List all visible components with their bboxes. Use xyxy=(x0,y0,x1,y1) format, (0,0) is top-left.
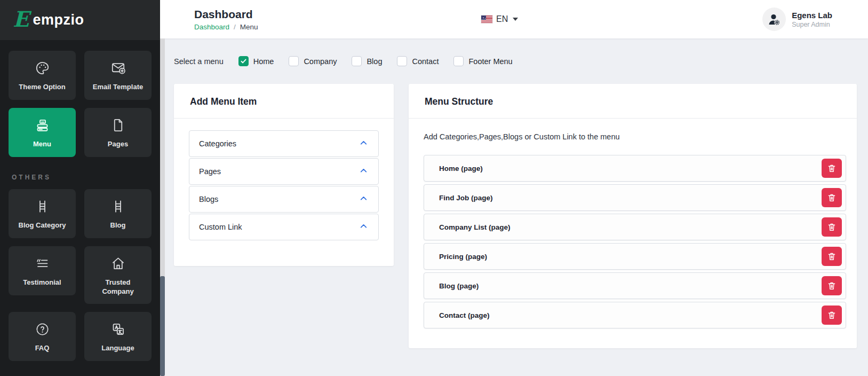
checkbox-label: Home xyxy=(253,57,274,66)
chevron-up-icon xyxy=(359,166,369,178)
us-flag-icon xyxy=(481,15,492,23)
sidebar-scrollbar-thumb[interactable] xyxy=(160,276,165,376)
checkbox-item-blog[interactable]: Blog xyxy=(352,56,382,66)
sidebar-item-blog[interactable]: Blog xyxy=(84,189,152,238)
logo[interactable]: E empzio xyxy=(0,0,160,40)
logo-text: empzio xyxy=(33,12,84,28)
sidebar-item-label: Language xyxy=(101,344,134,353)
menu-structure-item-blog[interactable]: Blog (page) xyxy=(424,272,846,299)
menu-item-label: Blog (page) xyxy=(439,282,479,290)
checkbox-item-company[interactable]: Company xyxy=(289,56,337,66)
menu-structure-item-company-list[interactable]: Company List (page) xyxy=(424,214,846,240)
user-gear-icon xyxy=(767,12,782,27)
add-menu-item-header: Add Menu Item xyxy=(174,84,394,118)
sidebar-section-others: OTHERS xyxy=(12,174,152,181)
sidebar-item-theme-option[interactable]: Theme Option xyxy=(9,51,76,100)
category-list-icon xyxy=(35,199,50,216)
chevron-up-icon xyxy=(359,138,369,150)
breadcrumb: Dashboard / Menu xyxy=(194,23,258,31)
menu-builder-icon xyxy=(35,118,50,135)
avatar xyxy=(762,7,786,31)
sidebar-item-label: Menu xyxy=(33,140,51,149)
title-block: Dashboard Dashboard / Menu xyxy=(194,8,258,31)
sidebar-item-label: Email Template xyxy=(93,83,143,92)
page-icon xyxy=(111,118,125,135)
checkbox-blog[interactable] xyxy=(352,56,362,66)
accordion-label: Pages xyxy=(199,167,221,176)
sidebar-item-label: Blog xyxy=(110,221,126,230)
language-code: EN xyxy=(496,14,508,24)
accordion-label: Categories xyxy=(199,139,236,148)
checkbox-item-home[interactable]: Home xyxy=(238,56,274,66)
accordion-label: Custom Link xyxy=(199,223,242,231)
menu-structure-item-find-job[interactable]: Find Job (page) xyxy=(424,184,846,211)
sidebar-item-pages[interactable]: Pages xyxy=(84,108,152,157)
checkbox-label: Contact xyxy=(412,57,439,66)
checkbox-item-contact[interactable]: Contact xyxy=(397,56,439,66)
chevron-down-icon xyxy=(513,18,518,21)
trash-icon xyxy=(827,222,837,232)
delete-button[interactable] xyxy=(822,247,842,266)
top-header: Dashboard Dashboard / Menu EN xyxy=(160,0,868,38)
menu-structure-body: Add Categories,Pages,Blogs or Custom Lin… xyxy=(409,119,857,348)
delete-button[interactable] xyxy=(822,188,842,207)
user-profile[interactable]: Egens Lab Super Admin xyxy=(762,7,832,31)
menu-structure-header: Menu Structure xyxy=(409,84,857,118)
sidebar-tiles: Theme Option Email Template Menu Pages xyxy=(9,51,152,361)
sidebar-item-label: Trusted Company xyxy=(98,278,138,296)
chevron-up-icon xyxy=(359,193,369,206)
select-menu-label: Select a menu xyxy=(174,57,224,66)
panels: Add Menu Item Categories Pages xyxy=(174,84,868,348)
chevron-up-icon xyxy=(359,221,369,233)
sidebar-scrollbar-track[interactable] xyxy=(160,38,165,376)
sidebar-item-blog-category[interactable]: Blog Category xyxy=(9,189,76,238)
sidebar-item-trusted-company[interactable]: Trusted Company xyxy=(84,246,152,304)
accordion-label: Blogs xyxy=(199,195,218,203)
accordion-custom-link[interactable]: Custom Link xyxy=(189,214,379,240)
delete-button[interactable] xyxy=(822,276,842,295)
sidebar-item-label: Theme Option xyxy=(19,83,65,92)
menu-structure-description: Add Categories,Pages,Blogs or Custom Lin… xyxy=(424,132,846,141)
menu-structure-item-home[interactable]: Home (page) xyxy=(424,155,846,182)
trash-icon xyxy=(827,193,837,202)
trash-icon xyxy=(827,252,837,261)
sidebar-item-testimonial[interactable]: Testimonial xyxy=(9,246,76,295)
check-icon xyxy=(240,58,247,65)
category-list-icon xyxy=(111,199,125,216)
menu-structure-item-pricing[interactable]: Pricing (page) xyxy=(424,243,846,270)
quote-list-icon xyxy=(35,256,50,273)
sidebar-item-language[interactable]: Language xyxy=(84,312,152,361)
sidebar-item-label: Testimonial xyxy=(23,278,61,287)
accordion-categories[interactable]: Categories xyxy=(189,130,379,157)
sidebar-item-email-template[interactable]: Email Template xyxy=(84,51,152,100)
checkbox-home[interactable] xyxy=(238,56,249,66)
palette-icon xyxy=(35,61,50,77)
language-selector[interactable]: EN xyxy=(481,14,518,24)
delete-button[interactable] xyxy=(822,217,842,237)
profile-name: Egens Lab xyxy=(792,11,832,20)
breadcrumb-current: Menu xyxy=(240,23,258,31)
sidebar-item-faq[interactable]: FAQ xyxy=(9,312,76,361)
menu-structure-item-contact[interactable]: Contact (page) xyxy=(424,302,846,328)
breadcrumb-separator: / xyxy=(234,23,236,31)
sidebar-item-label: Blog Category xyxy=(19,221,66,230)
menu-item-label: Pricing (page) xyxy=(439,253,487,261)
checkbox-company[interactable] xyxy=(289,56,299,66)
delete-button[interactable] xyxy=(822,159,842,178)
checkbox-contact[interactable] xyxy=(397,56,407,66)
home-icon xyxy=(111,256,125,273)
menu-item-label: Find Job (page) xyxy=(439,194,493,202)
menu-item-label: Contact (page) xyxy=(439,311,490,319)
delete-button[interactable] xyxy=(822,306,842,325)
checkbox-item-footer-menu[interactable]: Footer Menu xyxy=(453,56,512,66)
select-menu-row: Select a menu Home Company Blog Contact xyxy=(174,56,868,66)
menu-structure-title: Menu Structure xyxy=(425,96,493,107)
menu-item-label: Company List (page) xyxy=(439,223,511,231)
checkbox-footer-menu[interactable] xyxy=(453,56,464,66)
breadcrumb-link-dashboard[interactable]: Dashboard xyxy=(194,23,229,31)
sidebar-item-menu[interactable]: Menu xyxy=(9,108,76,157)
content-area: Select a menu Home Company Blog Contact xyxy=(160,38,868,376)
accordion-blogs[interactable]: Blogs xyxy=(189,186,379,213)
checkbox-label: Footer Menu xyxy=(468,57,512,66)
accordion-pages[interactable]: Pages xyxy=(189,158,379,185)
